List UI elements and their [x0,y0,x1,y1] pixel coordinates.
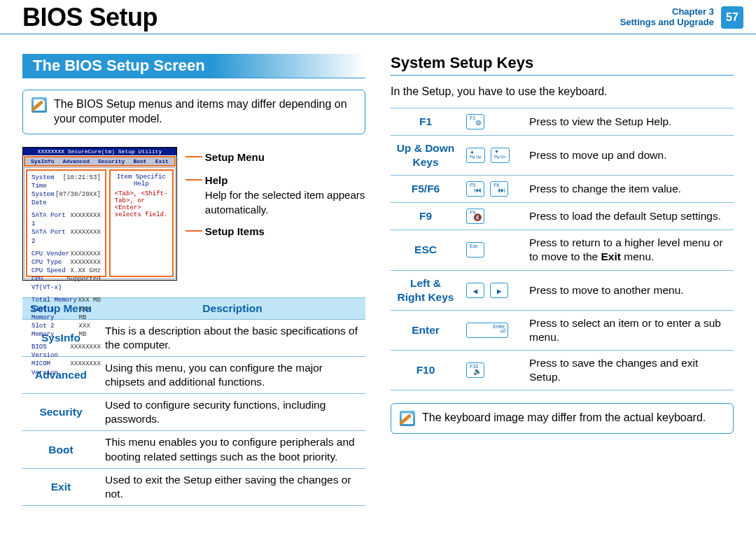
table-row: BootThis menu enables you to configure p… [22,431,365,468]
bios-callouts: Setup Menu Help Help for the selected it… [186,147,365,281]
bios-help-body: <Tab>, <Shift-Tab>, or <Enter> selects f… [115,190,168,218]
key-icons: ▲Pg Up ▼Pg Dn [461,136,524,176]
page-header: BIOS Setup Chapter 3 Settings and Upgrad… [0,0,756,34]
key-label: Enter [391,310,461,350]
key-icons: ◄ ► [461,270,524,310]
setup-menu-name: Boot [22,431,99,468]
key-desc: Press to select an item or to enter a su… [524,310,734,350]
section-heading-bios-screen: The BIOS Setup Screen [22,54,365,78]
bios-row: CPU SpeedX.XX GHz [31,267,101,275]
bios-row: Slot 1 MemoryXXX MB [31,305,101,322]
keycap-pgup: ▲Pg Up [466,148,485,163]
key-desc: Press to move up and down. [524,136,734,176]
chapter-line2: Settings and Upgrade [620,17,714,28]
page-title: BIOS Setup [22,3,158,32]
key-desc: Press to return to a higher level menu o… [524,230,734,270]
section-heading-setup-keys: System Setup Keys [391,54,734,76]
bios-row: CPU TypeXXXXXXXX [31,258,101,267]
note-icon [31,97,47,113]
keycap-f10: F10🔉 [466,362,484,378]
bios-row: Slot 2 MemoryXXX MB [31,322,101,339]
setup-menu-desc: Used to configure security functions, in… [99,394,365,431]
bios-row: BIOS VersionXXXXXXXX [31,343,101,360]
bios-help-title: Item Specific Help [115,174,168,188]
callout-help-body: Help for the selected item appears autom… [205,188,365,217]
table-row: ESC Esc Press to return to a higher leve… [391,230,734,270]
bios-menu-item: Exit [155,158,169,164]
key-icons: Esc [461,230,524,270]
key-desc: Press to view the Setup Help. [524,108,734,136]
key-label: ESC [391,230,461,270]
table-row: Up & Down Keys ▲Pg Up ▼Pg Dn Press to mo… [391,136,734,176]
header-right: Chapter 3 Settings and Upgrade 57 [620,6,743,29]
table-row: F9 F9🔇 Press to load the default Setup s… [391,203,734,230]
bios-screenshot-diagram: XXXXXXXX SecureCore(tm) Setup Utility Sy… [22,147,365,281]
table-row: F10 F10🔉 Press to save the changes and e… [391,351,734,390]
bios-menu-item: Security [98,158,125,164]
setup-menu-name: Security [22,394,99,431]
bios-menu-item: Boot [133,158,146,164]
bios-row: MICOM VersionXXXXXXXX [31,360,101,376]
keycap-f9: F9🔇 [466,209,484,224]
bios-menu-item: Advanced [63,158,90,164]
bios-row: CPU VT(VT-x)Supported [31,275,101,292]
bios-help-pane: Item Specific Help <Tab>, <Shift-Tab>, o… [109,169,174,277]
setup-keys-intro: In the Setup, you have to use the keyboa… [391,85,734,98]
setup-menu-desc: Using this menu, you can configure the m… [99,356,365,393]
key-desc: Press to save the changes and exit Setup… [524,351,734,390]
bios-row: SATA Port 2XXXXXXXX [31,228,101,245]
bios-row: SATA Port 1XXXXXXXX [31,211,101,228]
setup-menu-desc: This is a description about the basic sp… [99,319,365,356]
key-desc: Press to move to another menu. [524,270,734,310]
note-icon [400,411,415,426]
note-text: The BIOS Setup menus and items may diffe… [54,97,356,127]
chapter-info: Chapter 3 Settings and Upgrade [620,7,714,28]
table-row: F5/F6 F5⏮ F6⏭ Press to change the item v… [391,176,734,203]
setup-menu-desc: Used to exit the Setup either saving the… [99,468,365,505]
key-label: F1 [391,108,461,136]
table-row: SecurityUsed to configure security funct… [22,394,365,431]
callout-setup-menu: Setup Menu [205,150,265,164]
key-icons: F1⚙ [461,108,524,136]
bios-row: System Time[10:21:53] [31,174,101,190]
table-row: F1 F1⚙ Press to view the Setup Help. [391,108,734,136]
bios-menu-bar: SysInfo Advanced Security Boot Exit [24,156,176,167]
bios-items-pane: System Time[10:21:53]System Date[07/30/2… [26,169,106,277]
bios-row: CPU VenderXXXXXXXX [31,250,101,258]
key-label: F10 [391,351,461,390]
keycap-esc: Esc [466,242,484,258]
table-row: Left & Right Keys ◄ ► Press to move to a… [391,270,734,310]
keycap-f6: F6⏭ [490,181,508,197]
keycap-f1: F1⚙ [466,114,484,129]
bios-row: Total MemoryXXX MB [31,296,101,304]
setup-menu-desc: This menu enables you to configure perip… [99,431,365,468]
note-text: The keyboard image may differ from the a… [422,411,724,425]
chapter-line1: Chapter 3 [620,7,714,17]
table-row: Enter Enter⏎ Press to select an item or … [391,310,734,350]
bios-row: System Date[07/30/20XX] [31,190,101,207]
key-label: F5/F6 [391,176,461,203]
key-icons: F10🔉 [461,351,524,390]
note-box-bios-differ: The BIOS Setup menus and items may diffe… [22,90,365,134]
keycap-enter: Enter⏎ [466,323,508,338]
setup-table-header-desc: Description [99,297,365,319]
right-column: System Setup Keys In the Setup, you have… [391,54,734,506]
setup-menu-name: Exit [22,468,99,505]
key-icons: F9🔇 [461,203,524,230]
note-box-keyboard-differ: The keyboard image may differ from the a… [391,403,734,434]
key-icons: F5⏮ F6⏭ [461,176,524,203]
keycap-pgdn: ▼Pg Dn [491,148,510,163]
bios-menu-item: SysInfo [31,158,55,164]
key-label: Up & Down Keys [391,136,461,176]
key-label: Left & Right Keys [391,270,461,310]
key-icons: Enter⏎ [461,310,524,350]
keycap-left: ◄ [466,283,484,298]
left-column: The BIOS Setup Screen The BIOS Setup men… [22,54,365,506]
table-row: ExitUsed to exit the Setup either saving… [22,468,365,505]
callout-setup-items: Setup Items [205,224,265,239]
key-desc: Press to load the default Setup settings… [524,203,734,230]
keycap-f5: F5⏮ [466,181,484,197]
key-desc: Press to change the item value. [524,176,734,203]
page-number-badge: 57 [721,6,743,29]
bios-titlebar: XXXXXXXX SecureCore(tm) Setup Utility [23,148,176,155]
